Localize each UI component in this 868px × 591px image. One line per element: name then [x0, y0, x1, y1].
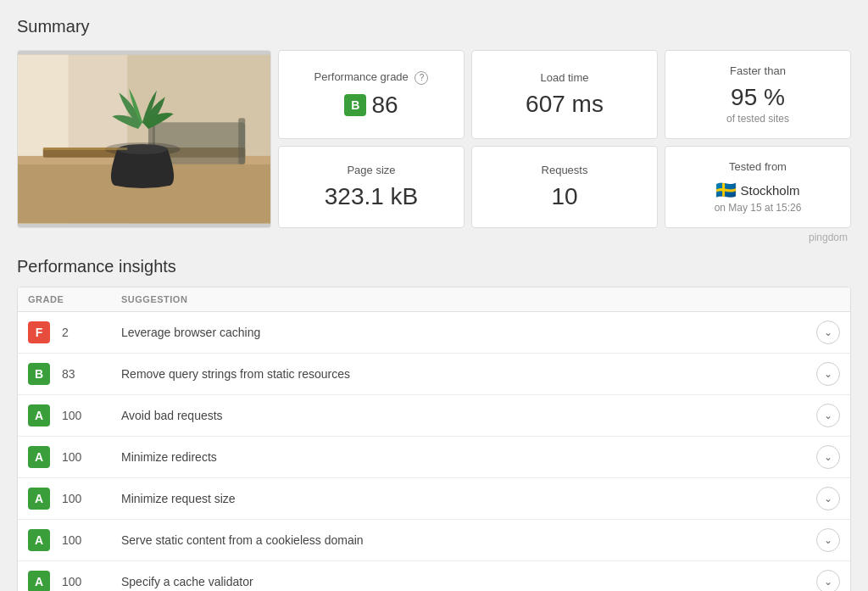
performance-grade-label: Performance grade ? — [314, 70, 429, 85]
faster-than-label: Faster than — [730, 64, 786, 77]
requests-card: Requests 10 — [471, 146, 658, 228]
header-action — [806, 294, 840, 304]
svg-rect-11 — [43, 148, 127, 150]
table-row[interactable]: B 83 Remove query strings from static re… — [18, 354, 850, 395]
grade-cell: F 2 — [28, 321, 121, 343]
grade-badge: A — [28, 404, 50, 427]
load-time-value: 607 ms — [526, 91, 604, 118]
tested-location-row: 🇸🇪 Stockholm — [715, 180, 799, 200]
svg-rect-8 — [238, 118, 245, 164]
header-grade: Grade — [28, 294, 121, 304]
sweden-flag-icon: 🇸🇪 — [715, 180, 737, 200]
suggestion-text: Serve static content from a cookieless d… — [121, 533, 806, 547]
expand-button[interactable]: ⌄ — [816, 528, 840, 552]
faster-than-value: 95 % — [731, 84, 785, 111]
tested-location: Stockholm — [740, 183, 799, 198]
grade-badge: F — [28, 321, 50, 343]
grade-cell: A 100 — [28, 529, 121, 551]
table-row[interactable]: F 2 Leverage browser caching ⌄ — [18, 312, 850, 354]
grade-score: 2 — [62, 326, 82, 339]
suggestion-text: Minimize request size — [121, 492, 806, 505]
insights-title: Performance insights — [17, 257, 851, 276]
table-row[interactable]: A 100 Serve static content from a cookie… — [18, 520, 850, 561]
summary-image — [17, 50, 271, 228]
grade-cell: A 100 — [28, 488, 121, 510]
suggestion-text: Avoid bad requests — [121, 409, 806, 422]
load-time-label: Load time — [540, 71, 588, 84]
requests-label: Requests — [542, 164, 588, 176]
expand-button[interactable]: ⌄ — [816, 570, 840, 591]
faster-than-number: 95 — [731, 84, 757, 110]
grade-badge: A — [28, 446, 50, 468]
grade-score: 100 — [62, 409, 82, 422]
grade-badge: A — [28, 571, 50, 591]
suggestion-text: Leverage browser caching — [121, 326, 806, 339]
performance-grade-card: Performance grade ? B 86 — [278, 50, 465, 139]
summary-title: Summary — [17, 17, 851, 36]
grade-score: 83 — [62, 367, 82, 381]
load-time-card: Load time 607 ms — [471, 50, 658, 139]
table-row[interactable]: A 100 Minimize redirects ⌄ — [18, 437, 850, 478]
summary-grid: Performance grade ? B 86 Load time 607 m… — [17, 50, 851, 228]
insights-rows-container: F 2 Leverage browser caching ⌄ B 83 Remo… — [18, 312, 850, 591]
requests-value: 10 — [551, 183, 577, 210]
table-row[interactable]: A 100 Avoid bad requests ⌄ — [18, 395, 850, 437]
faster-than-card: Faster than 95 % of tested sites — [665, 50, 851, 139]
grade-score: 100 — [62, 492, 82, 505]
faster-than-sub: of tested sites — [726, 113, 789, 125]
grade-cell: B 83 — [28, 363, 121, 385]
page-size-card: Page size 323.1 kB — [278, 146, 465, 228]
grade-badge: A — [28, 488, 50, 510]
help-icon[interactable]: ? — [415, 71, 428, 85]
page-size-label: Page size — [347, 164, 395, 176]
table-row[interactable]: A 100 Minimize request size ⌄ — [18, 478, 850, 520]
expand-button[interactable]: ⌄ — [816, 321, 840, 344]
expand-button[interactable]: ⌄ — [816, 445, 840, 469]
grade-cell: A 100 — [28, 404, 121, 427]
faster-than-unit: % — [764, 84, 785, 110]
tested-date: on May 15 at 15:26 — [715, 202, 802, 214]
perf-grade-text: Performance grade — [314, 70, 409, 83]
page-container: Summary — [0, 0, 868, 591]
tested-from-card: Tested from 🇸🇪 Stockholm on May 15 at 15… — [665, 146, 851, 228]
header-suggestion: Suggestion — [121, 294, 806, 304]
grade-badge: B — [28, 363, 50, 385]
expand-button[interactable]: ⌄ — [816, 404, 840, 427]
expand-button[interactable]: ⌄ — [816, 362, 840, 386]
suggestion-text: Specify a cache validator — [121, 575, 806, 588]
grade-cell: A 100 — [28, 571, 121, 591]
tested-from-label: Tested from — [729, 160, 787, 173]
grade-badge: A — [28, 529, 50, 551]
grade-score: 100 — [62, 450, 82, 464]
page-size-value: 323.1 kB — [325, 183, 419, 210]
suggestion-text: Remove query strings from static resourc… — [121, 367, 806, 381]
grade-number: 86 — [371, 92, 398, 119]
table-row[interactable]: A 100 Specify a cache validator ⌄ — [18, 561, 850, 591]
grade-cell: A 100 — [28, 446, 121, 468]
insights-table: Grade Suggestion F 2 Leverage browser ca… — [17, 287, 851, 591]
pingdom-credit: pingdom — [17, 231, 851, 243]
grade-score: 100 — [62, 575, 82, 588]
suggestion-text: Minimize redirects — [121, 450, 806, 464]
grade-value-row: B 86 — [344, 92, 398, 119]
expand-button[interactable]: ⌄ — [816, 487, 840, 510]
grade-score: 100 — [62, 533, 82, 547]
grade-badge: B — [344, 94, 366, 116]
insights-header: Grade Suggestion — [18, 287, 850, 312]
